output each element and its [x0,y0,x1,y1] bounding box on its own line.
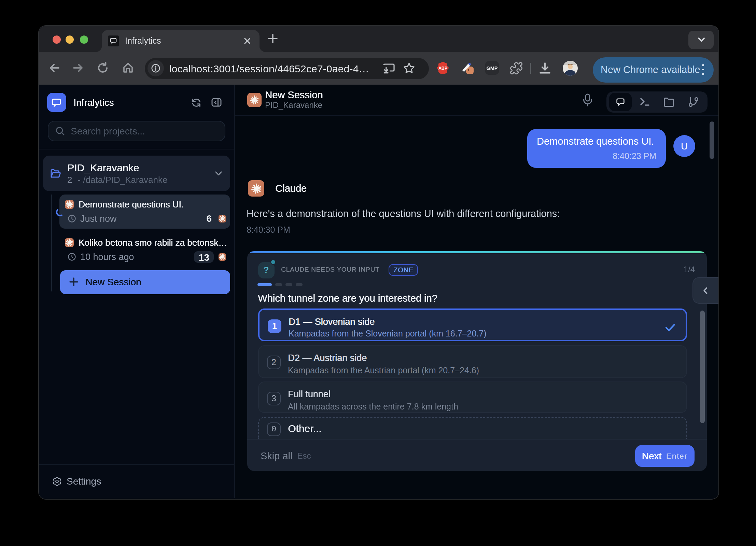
svg-text:ABP: ABP [438,66,447,71]
svg-text:GMP: GMP [486,66,498,71]
